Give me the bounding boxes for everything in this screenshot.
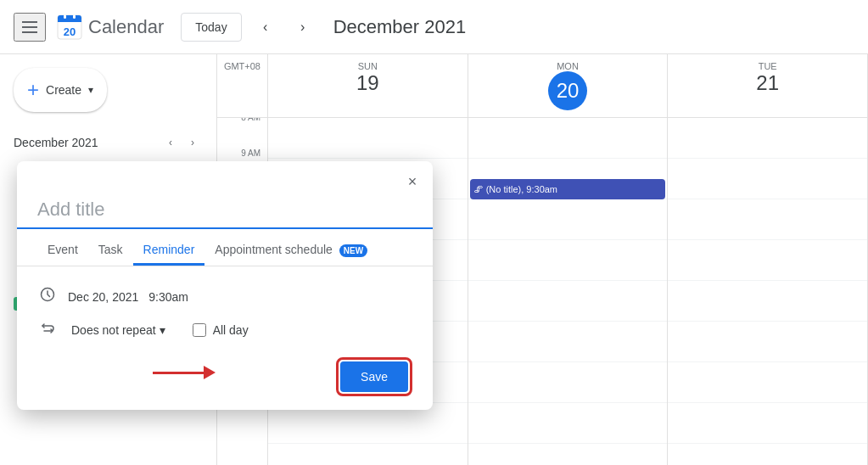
create-button[interactable]: + Create ▾ (14, 68, 107, 112)
svg-rect-2 (58, 20, 81, 22)
logo-text: Calendar (88, 16, 164, 38)
arrow-body (153, 372, 204, 374)
create-label: Create (46, 83, 81, 97)
event-icon: 🖇 (473, 184, 483, 194)
header-spacer: GMT+08 (217, 54, 268, 117)
today-button[interactable]: Today (181, 13, 241, 42)
clock-icon (37, 287, 58, 306)
mini-prev-button[interactable]: ‹ (160, 132, 181, 153)
app-header: 20 Calendar Today ‹ › December 2021 (0, 0, 868, 54)
dialog-header: × (17, 161, 433, 195)
repeat-dropdown-icon: ▾ (160, 323, 165, 337)
hamburger-button[interactable] (14, 13, 46, 42)
calendar-logo-icon: 20 (56, 14, 83, 41)
event-dialog: × Event Task Reminder Appointment schedu… (17, 161, 433, 410)
prev-month-button[interactable]: ‹ (252, 14, 279, 41)
next-month-button[interactable]: › (289, 14, 316, 41)
tue-column (668, 118, 868, 465)
svg-text:20: 20 (64, 25, 76, 38)
sun-num: 19 (268, 71, 468, 95)
tue-label: TUE (668, 61, 867, 71)
tab-task[interactable]: Task (88, 236, 133, 266)
mon-num-today: 20 (548, 71, 587, 110)
repeat-row: Does not repeat ▾ All day (17, 313, 433, 347)
time-label[interactable]: 9:30am (148, 290, 188, 304)
new-badge: NEW (339, 244, 367, 257)
allday-row: All day (193, 323, 249, 337)
event-title: (No title), 9:30am (486, 184, 557, 194)
mini-calendar-header: December 2021 ‹ › (14, 132, 203, 153)
sun-label: SUN (268, 61, 468, 71)
repeat-icon (37, 321, 58, 340)
tab-reminder[interactable]: Reminder (133, 236, 205, 266)
svg-rect-5 (73, 14, 76, 19)
save-button[interactable]: Save (340, 361, 408, 392)
mini-calendar-title: December 2021 (14, 136, 98, 149)
arrow-hint (153, 366, 216, 379)
logo: 20 Calendar (56, 14, 164, 41)
day-header-mon: MON 20 (468, 54, 669, 117)
plus-icon: + (27, 78, 39, 102)
current-month-label: December 2021 (333, 16, 467, 38)
calendar-event[interactable]: 🖇 (No title), 9:30am (470, 179, 666, 199)
allday-label: All day (213, 323, 249, 337)
tab-appointment[interactable]: Appointment schedule NEW (204, 236, 378, 266)
mon-label: MON (468, 61, 668, 71)
day-headers-row: GMT+08 SUN 19 MON 20 TUE 21 (217, 54, 868, 118)
gmt-label: GMT+08 (217, 54, 267, 71)
date-label[interactable]: Dec 20, 2021 (68, 290, 138, 304)
dialog-footer: Save (17, 347, 433, 410)
save-button-wrapper: Save (336, 357, 412, 396)
datetime-row: Dec 20, 2021 9:30am (17, 280, 433, 313)
day-header-sun: SUN 19 (268, 54, 468, 117)
day-header-tue: TUE 21 (668, 54, 868, 117)
allday-checkbox[interactable] (193, 323, 206, 337)
arrow-head (204, 366, 216, 379)
repeat-label: Does not repeat (71, 323, 156, 337)
tue-num: 21 (668, 71, 867, 95)
title-input[interactable] (17, 195, 433, 229)
tabs-row: Event Task Reminder Appointment schedule… (17, 236, 433, 266)
svg-rect-4 (64, 14, 66, 19)
tab-event[interactable]: Event (37, 236, 88, 266)
mini-next-button[interactable]: › (182, 132, 203, 153)
mon-column: 🖇 (No title), 9:30am (468, 118, 669, 465)
dropdown-arrow-icon: ▾ (88, 84, 93, 96)
close-dialog-button[interactable]: × (399, 168, 426, 195)
repeat-dropdown-button[interactable]: Does not repeat ▾ (68, 320, 169, 340)
